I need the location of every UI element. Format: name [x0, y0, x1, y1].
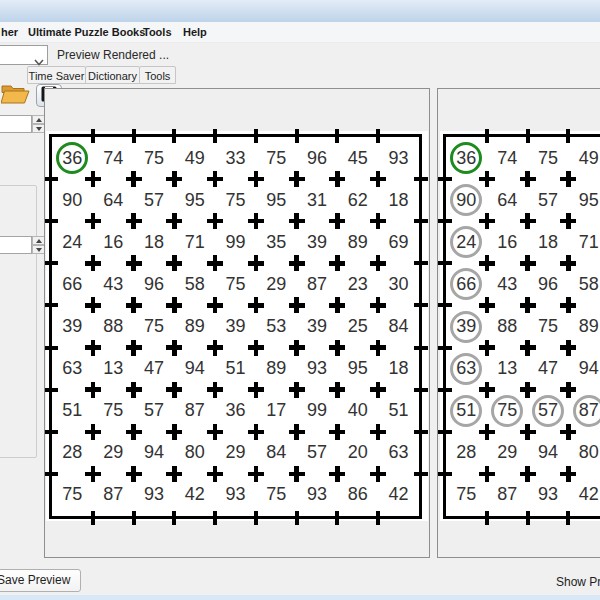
- plus-separator: [560, 466, 576, 482]
- plus-separator: [166, 424, 182, 440]
- plus-separator: [560, 382, 576, 398]
- plus-separator: [329, 213, 345, 229]
- spinner-value-field[interactable]: [0, 115, 32, 133]
- plus-separator: [207, 297, 223, 313]
- plus-separator: [85, 340, 101, 356]
- plus-separator: [479, 382, 495, 398]
- plus-separator: [248, 213, 264, 229]
- plus-separator: [248, 297, 264, 313]
- plus-separator: [166, 171, 182, 187]
- plus-separator: [207, 340, 223, 356]
- solution-grid: 3674754933759645939064579575953162182416…: [443, 134, 600, 519]
- arrow-up-icon: [36, 118, 42, 122]
- plus-separator: [560, 297, 576, 313]
- menu-item-tools[interactable]: Tools: [143, 22, 172, 42]
- plus-separator: [248, 382, 264, 398]
- menu-item-ultimate-puzzle-books[interactable]: Ultimate Puzzle Books: [28, 22, 145, 42]
- plus-separator: [207, 424, 223, 440]
- grid-tick: [438, 388, 452, 392]
- solution-circle: [450, 395, 482, 427]
- tab-time-saver[interactable]: Time Saver: [27, 66, 86, 84]
- grid-tick: [213, 511, 217, 525]
- plus-separator: [166, 340, 182, 356]
- sidebar-groupbox: [0, 185, 37, 458]
- grid-tick: [91, 511, 95, 525]
- plus-separator: [289, 340, 305, 356]
- plus-separator: [520, 340, 536, 356]
- grid-tick: [132, 129, 136, 143]
- plus-separator: [560, 340, 576, 356]
- grid-tick: [172, 511, 176, 525]
- show-preview-label[interactable]: Show Preview: [556, 575, 600, 589]
- plus-separator: [520, 171, 536, 187]
- plus-separator: [126, 255, 142, 271]
- grid-tick: [438, 430, 452, 434]
- plus-separator: [207, 255, 223, 271]
- plus-separator: [85, 466, 101, 482]
- solution-circle: [450, 268, 482, 300]
- plus-separator: [560, 213, 576, 229]
- plus-separator: [126, 340, 142, 356]
- grid-tick: [438, 303, 452, 307]
- grid-tick: [438, 472, 452, 476]
- plus-separator: [166, 382, 182, 398]
- arrow-up-icon: [36, 239, 42, 243]
- plus-separator: [166, 255, 182, 271]
- plus-separator: [329, 424, 345, 440]
- save-preview-button[interactable]: Save Preview: [0, 569, 81, 592]
- plus-separator: [85, 171, 101, 187]
- arrow-down-icon: [36, 127, 42, 131]
- grid-tick: [438, 219, 452, 223]
- open-button[interactable]: [0, 84, 31, 107]
- grid-tick: [91, 129, 95, 143]
- grid-tick: [485, 129, 489, 143]
- grid-tick: [526, 511, 530, 525]
- menu-item-help[interactable]: Help: [183, 22, 207, 42]
- solution-circle: [450, 184, 482, 216]
- puzzle-preview-panel[interactable]: 3674754933759645939064579575953162182416…: [44, 88, 430, 558]
- grid-tick: [414, 346, 428, 350]
- plus-separator: [370, 213, 386, 229]
- plus-separator: [479, 213, 495, 229]
- grid-tick: [44, 261, 58, 265]
- plus-separator: [329, 466, 345, 482]
- plus-separator: [126, 213, 142, 229]
- solution-page: 3674754933759645939064579575953162182416…: [440, 131, 600, 521]
- preview-status-label: Preview Rendered ...: [57, 45, 169, 65]
- folder-open-icon: [1, 83, 30, 108]
- plus-separator: [560, 171, 576, 187]
- grid-tick: [254, 511, 258, 525]
- plus-separator: [479, 466, 495, 482]
- plus-separator: [289, 213, 305, 229]
- grid-tick: [44, 346, 58, 350]
- grid-tick: [526, 129, 530, 143]
- plus-separator: [207, 466, 223, 482]
- plus-separator: [289, 171, 305, 187]
- grid-tick: [172, 129, 176, 143]
- grid-tick: [414, 177, 428, 181]
- plus-separator: [126, 466, 142, 482]
- tab-tools[interactable]: Tools: [139, 66, 176, 84]
- menu-item-her[interactable]: her: [1, 22, 18, 42]
- plus-separator: [560, 255, 576, 271]
- tab-dictionary[interactable]: Dictionary: [85, 66, 140, 84]
- spinner-value-field[interactable]: [0, 236, 32, 254]
- plus-separator: [248, 171, 264, 187]
- plus-separator: [370, 466, 386, 482]
- plus-separator: [479, 171, 495, 187]
- grid-tick: [414, 472, 428, 476]
- grid-tick: [414, 388, 428, 392]
- arrow-down-icon: [36, 248, 42, 252]
- plus-separator: [370, 171, 386, 187]
- plus-separator: [207, 171, 223, 187]
- plus-separator: [126, 382, 142, 398]
- grid-tick: [254, 129, 258, 143]
- window-bottom-strip: [0, 595, 600, 600]
- solution-circle: [450, 353, 482, 385]
- plus-separator: [370, 297, 386, 313]
- solution-preview-panel[interactable]: 3674754933759645939064579575953162182416…: [437, 88, 600, 558]
- plus-separator: [370, 255, 386, 271]
- preview-mode-dropdown[interactable]: [0, 45, 48, 65]
- grid-tick: [414, 303, 428, 307]
- plus-separator: [329, 255, 345, 271]
